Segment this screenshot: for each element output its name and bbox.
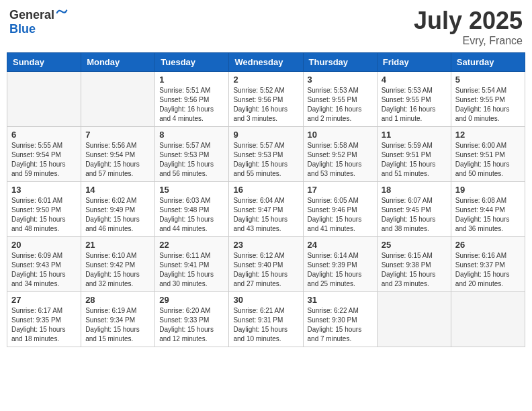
day-info: Sunrise: 6:12 AM Sunset: 9:40 PM Dayligh… xyxy=(233,251,298,289)
day-number: 29 xyxy=(159,295,224,305)
month-title: July 2025 xyxy=(414,7,523,35)
day-info: Sunrise: 6:05 AM Sunset: 9:46 PM Dayligh… xyxy=(308,196,373,234)
weekday-header: Saturday xyxy=(451,53,525,72)
calendar-cell: 1Sunrise: 5:51 AM Sunset: 9:56 PM Daylig… xyxy=(155,72,229,127)
day-info: Sunrise: 6:01 AM Sunset: 9:50 PM Dayligh… xyxy=(11,196,77,234)
day-info: Sunrise: 5:52 AM Sunset: 9:56 PM Dayligh… xyxy=(233,86,298,124)
calendar-week-row: 20Sunrise: 6:09 AM Sunset: 9:43 PM Dayli… xyxy=(7,237,525,292)
calendar-cell: 17Sunrise: 6:05 AM Sunset: 9:46 PM Dayli… xyxy=(303,182,377,237)
day-number: 7 xyxy=(85,130,150,140)
weekday-header: Thursday xyxy=(303,53,377,72)
calendar-cell: 6Sunrise: 5:55 AM Sunset: 9:54 PM Daylig… xyxy=(7,127,81,182)
day-number: 19 xyxy=(455,185,521,195)
day-info: Sunrise: 6:00 AM Sunset: 9:51 PM Dayligh… xyxy=(455,141,521,179)
day-info: Sunrise: 6:20 AM Sunset: 9:33 PM Dayligh… xyxy=(159,306,224,344)
day-info: Sunrise: 5:53 AM Sunset: 9:55 PM Dayligh… xyxy=(382,86,447,124)
calendar-cell: 3Sunrise: 5:53 AM Sunset: 9:55 PM Daylig… xyxy=(303,72,377,127)
title-area: July 2025 Evry, France xyxy=(414,7,523,47)
weekday-header: Tuesday xyxy=(155,53,229,72)
day-number: 1 xyxy=(159,75,224,85)
day-number: 16 xyxy=(233,185,298,195)
day-info: Sunrise: 6:17 AM Sunset: 9:35 PM Dayligh… xyxy=(11,306,77,344)
day-number: 4 xyxy=(382,75,447,85)
weekday-header: Friday xyxy=(377,53,451,72)
calendar-cell xyxy=(7,72,81,127)
calendar-header: General Blue July 2025 Evry, France xyxy=(7,7,525,47)
calendar-cell: 20Sunrise: 6:09 AM Sunset: 9:43 PM Dayli… xyxy=(7,237,81,292)
day-info: Sunrise: 6:14 AM Sunset: 9:39 PM Dayligh… xyxy=(308,251,373,289)
day-info: Sunrise: 5:54 AM Sunset: 9:55 PM Dayligh… xyxy=(455,86,521,124)
calendar-cell: 26Sunrise: 6:16 AM Sunset: 9:37 PM Dayli… xyxy=(451,237,525,292)
day-info: Sunrise: 6:09 AM Sunset: 9:43 PM Dayligh… xyxy=(11,251,77,289)
calendar-cell: 25Sunrise: 6:15 AM Sunset: 9:38 PM Dayli… xyxy=(377,237,451,292)
calendar-week-row: 6Sunrise: 5:55 AM Sunset: 9:54 PM Daylig… xyxy=(7,127,525,182)
day-number: 24 xyxy=(308,240,373,250)
calendar-cell xyxy=(81,72,155,127)
day-number: 9 xyxy=(233,130,298,140)
day-info: Sunrise: 6:16 AM Sunset: 9:37 PM Dayligh… xyxy=(455,251,521,289)
day-number: 13 xyxy=(11,185,77,195)
day-number: 3 xyxy=(308,75,373,85)
logo-blue: Blue xyxy=(9,22,36,36)
day-number: 18 xyxy=(382,185,447,195)
calendar-cell: 21Sunrise: 6:10 AM Sunset: 9:42 PM Dayli… xyxy=(81,237,155,292)
day-number: 21 xyxy=(85,240,150,250)
day-info: Sunrise: 5:59 AM Sunset: 9:51 PM Dayligh… xyxy=(382,141,447,179)
day-number: 11 xyxy=(382,130,447,140)
day-number: 26 xyxy=(455,240,521,250)
day-info: Sunrise: 5:55 AM Sunset: 9:54 PM Dayligh… xyxy=(11,141,77,179)
day-number: 2 xyxy=(233,75,298,85)
day-number: 17 xyxy=(308,185,373,195)
calendar-cell: 29Sunrise: 6:20 AM Sunset: 9:33 PM Dayli… xyxy=(155,292,229,347)
day-info: Sunrise: 6:08 AM Sunset: 9:44 PM Dayligh… xyxy=(455,196,521,234)
calendar-cell: 7Sunrise: 5:56 AM Sunset: 9:54 PM Daylig… xyxy=(81,127,155,182)
day-number: 31 xyxy=(308,295,373,305)
weekday-header: Wednesday xyxy=(229,53,303,72)
calendar-cell: 23Sunrise: 6:12 AM Sunset: 9:40 PM Dayli… xyxy=(229,237,303,292)
day-info: Sunrise: 6:22 AM Sunset: 9:30 PM Dayligh… xyxy=(308,306,373,344)
day-number: 5 xyxy=(455,75,521,85)
calendar-cell: 15Sunrise: 6:03 AM Sunset: 9:48 PM Dayli… xyxy=(155,182,229,237)
calendar-cell: 28Sunrise: 6:19 AM Sunset: 9:34 PM Dayli… xyxy=(81,292,155,347)
day-number: 14 xyxy=(85,185,150,195)
calendar-week-row: 1Sunrise: 5:51 AM Sunset: 9:56 PM Daylig… xyxy=(7,72,525,127)
day-number: 8 xyxy=(159,130,224,140)
calendar-cell: 13Sunrise: 6:01 AM Sunset: 9:50 PM Dayli… xyxy=(7,182,81,237)
day-number: 23 xyxy=(233,240,298,250)
calendar-cell xyxy=(451,292,525,347)
day-number: 22 xyxy=(159,240,224,250)
day-info: Sunrise: 6:19 AM Sunset: 9:34 PM Dayligh… xyxy=(85,306,150,344)
day-info: Sunrise: 6:03 AM Sunset: 9:48 PM Dayligh… xyxy=(159,196,224,234)
calendar-cell: 27Sunrise: 6:17 AM Sunset: 9:35 PM Dayli… xyxy=(7,292,81,347)
calendar-cell xyxy=(377,292,451,347)
day-info: Sunrise: 6:11 AM Sunset: 9:41 PM Dayligh… xyxy=(159,251,224,289)
calendar-cell: 30Sunrise: 6:21 AM Sunset: 9:31 PM Dayli… xyxy=(229,292,303,347)
day-info: Sunrise: 5:57 AM Sunset: 9:53 PM Dayligh… xyxy=(233,141,298,179)
day-number: 10 xyxy=(308,130,373,140)
day-info: Sunrise: 5:57 AM Sunset: 9:53 PM Dayligh… xyxy=(159,141,224,179)
calendar-header-row: SundayMondayTuesdayWednesdayThursdayFrid… xyxy=(7,53,525,72)
calendar-cell: 16Sunrise: 6:04 AM Sunset: 9:47 PM Dayli… xyxy=(229,182,303,237)
day-info: Sunrise: 5:51 AM Sunset: 9:56 PM Dayligh… xyxy=(159,86,224,124)
calendar-week-row: 13Sunrise: 6:01 AM Sunset: 9:50 PM Dayli… xyxy=(7,182,525,237)
day-info: Sunrise: 6:15 AM Sunset: 9:38 PM Dayligh… xyxy=(382,251,447,289)
day-number: 25 xyxy=(382,240,447,250)
day-info: Sunrise: 5:56 AM Sunset: 9:54 PM Dayligh… xyxy=(85,141,150,179)
calendar-cell: 4Sunrise: 5:53 AM Sunset: 9:55 PM Daylig… xyxy=(377,72,451,127)
calendar-cell: 11Sunrise: 5:59 AM Sunset: 9:51 PM Dayli… xyxy=(377,127,451,182)
day-info: Sunrise: 6:10 AM Sunset: 9:42 PM Dayligh… xyxy=(85,251,150,289)
calendar-cell: 22Sunrise: 6:11 AM Sunset: 9:41 PM Dayli… xyxy=(155,237,229,292)
calendar-cell: 31Sunrise: 6:22 AM Sunset: 9:30 PM Dayli… xyxy=(303,292,377,347)
day-number: 30 xyxy=(233,295,298,305)
calendar-cell: 10Sunrise: 5:58 AM Sunset: 9:52 PM Dayli… xyxy=(303,127,377,182)
day-number: 6 xyxy=(11,130,77,140)
calendar-cell: 8Sunrise: 5:57 AM Sunset: 9:53 PM Daylig… xyxy=(155,127,229,182)
logo-text: General Blue xyxy=(9,7,68,36)
calendar-cell: 2Sunrise: 5:52 AM Sunset: 9:56 PM Daylig… xyxy=(229,72,303,127)
weekday-header: Sunday xyxy=(7,53,81,72)
calendar-cell: 9Sunrise: 5:57 AM Sunset: 9:53 PM Daylig… xyxy=(229,127,303,182)
calendar-cell: 5Sunrise: 5:54 AM Sunset: 9:55 PM Daylig… xyxy=(451,72,525,127)
logo-general: General xyxy=(9,8,54,21)
day-info: Sunrise: 5:58 AM Sunset: 9:52 PM Dayligh… xyxy=(308,141,373,179)
logo-wave-icon xyxy=(56,7,68,19)
